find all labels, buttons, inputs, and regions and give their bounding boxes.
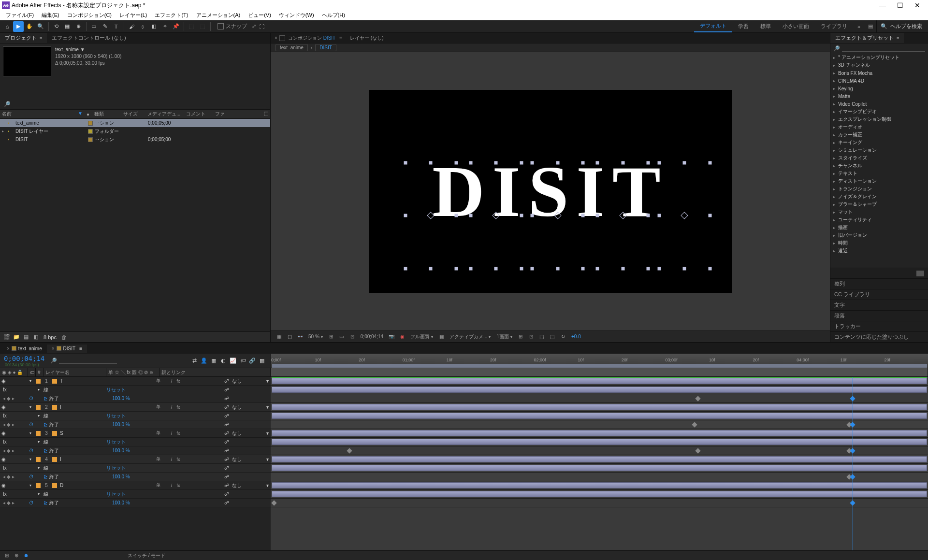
selection-handle[interactable] <box>708 267 711 270</box>
project-search[interactable]: 🔎 <box>0 99 270 109</box>
puppet-tool-icon[interactable]: 📌 <box>171 21 181 32</box>
pixel-aspect-icon[interactable]: ⊞ <box>515 334 526 339</box>
anchor-point-icon[interactable] <box>681 212 688 220</box>
tab-project[interactable]: プロジェクト≡ <box>0 33 47 43</box>
effect-category[interactable]: ▸* アニメーションプリセット <box>830 54 928 61</box>
graph-editor-icon[interactable]: 📈 <box>228 358 238 364</box>
track-row[interactable] <box>271 481 928 490</box>
help-search[interactable]: 🔍 ヘルプを検索 <box>876 20 926 32</box>
menu-ウィンドウ(W)[interactable]: ウィンドウ(W) <box>275 11 318 20</box>
track-row[interactable] <box>271 490 928 499</box>
selection-handle[interactable] <box>596 267 599 270</box>
col-layer-name[interactable]: レイヤー名 <box>44 368 106 376</box>
breadcrumb-current[interactable]: DISIT <box>315 44 336 51</box>
text-tool-icon[interactable]: T <box>111 21 121 32</box>
effect-category[interactable]: ▸Matte <box>830 92 928 100</box>
viewer-timecode[interactable]: 0;00;04;14 <box>358 334 386 339</box>
side-panel-tab[interactable]: トラッカー <box>830 321 928 331</box>
selection-handle[interactable] <box>581 267 585 270</box>
side-panel-tab[interactable]: 整列 <box>830 278 928 289</box>
selection-handle[interactable] <box>556 267 559 270</box>
hand-tool-icon[interactable]: ✋ <box>24 21 35 32</box>
effect-category[interactable]: ▸ディストーション <box>830 177 928 185</box>
selection-handle[interactable] <box>469 214 472 217</box>
roi-icon[interactable]: ▭ <box>336 334 347 339</box>
selection-handle[interactable] <box>708 214 711 217</box>
snap-toggle[interactable]: スナップ ⤢ ⛶ <box>218 23 264 30</box>
effect-category[interactable]: ▸キーイング <box>830 139 928 146</box>
menu-ヘルプ(H)[interactable]: ヘルプ(H) <box>318 11 349 20</box>
selection-handle[interactable] <box>454 214 458 217</box>
bpc-icon[interactable]: ◧ <box>31 334 41 340</box>
selection-handle[interactable] <box>531 161 534 165</box>
effect-category[interactable]: ▸遠近 <box>830 247 928 255</box>
selection-handle[interactable] <box>683 161 686 165</box>
track-row[interactable] <box>271 473 928 481</box>
property-row[interactable]: ◂ ◆ ▸⏱⊵終了100.0 %☍ <box>0 473 271 481</box>
selection-handle[interactable] <box>621 267 624 270</box>
selection-handle[interactable] <box>520 161 523 165</box>
property-row[interactable]: fx▾線リセット☍ <box>0 438 271 446</box>
project-item[interactable]: ▪DISIT‥ション0;00;05;00 <box>0 135 270 144</box>
folder-icon[interactable]: 📁 <box>12 334 21 340</box>
menu-編集(E)[interactable]: 編集(E) <box>38 11 63 20</box>
panel-add-icon[interactable] <box>916 271 924 276</box>
layer-row[interactable]: ◉ ▾ 1 T 单/fx ☍なし▾ <box>0 377 271 386</box>
col-file[interactable]: ファ <box>215 111 225 117</box>
draft3d-icon[interactable]: ⬚ <box>536 334 547 339</box>
composition-viewer[interactable]: DISIT <box>271 52 830 330</box>
effect-category[interactable]: ▸ユーティリティ <box>830 216 928 224</box>
keyframe[interactable] <box>271 500 276 505</box>
quality-dropdown[interactable]: フル画質 <box>407 333 436 340</box>
ws-expand-icon[interactable]: » <box>853 24 865 29</box>
selection-handle[interactable] <box>683 267 686 270</box>
selection-handle[interactable] <box>596 161 599 165</box>
effect-category[interactable]: ▸カラー補正 <box>830 131 928 139</box>
motion-blur-icon[interactable]: ◐ <box>218 358 228 364</box>
close-icon[interactable]: × <box>275 35 277 41</box>
shy-icon[interactable]: 👤 <box>199 358 209 364</box>
snapshot-icon[interactable]: 📷 <box>386 334 397 339</box>
effects-search[interactable]: 🔎 <box>830 43 928 54</box>
side-panel-tab[interactable]: 文字 <box>830 300 928 310</box>
selection-handle[interactable] <box>520 267 523 270</box>
timeline-ruler[interactable]: 0;00f10f20f01;00f10f20f02;00f10f20f03;00… <box>271 354 928 368</box>
keyframe[interactable] <box>695 448 700 453</box>
workspace-学習[interactable]: 学習 <box>732 20 754 32</box>
comp-canvas[interactable]: DISIT <box>369 90 732 293</box>
trash-icon[interactable]: 🗑 <box>59 334 69 340</box>
auto-keyframe-icon[interactable]: ⏺ <box>21 553 31 558</box>
selection-handle[interactable] <box>469 161 472 165</box>
render-icon[interactable]: ▦ <box>257 358 267 364</box>
close-icon[interactable]: × <box>52 346 55 351</box>
selection-handle[interactable] <box>454 161 458 165</box>
effect-category[interactable]: ▸シミュレーション <box>830 146 928 154</box>
effect-category[interactable]: ▸ノイズ＆グレイン <box>830 193 928 201</box>
selection-handle[interactable] <box>520 214 523 217</box>
menu-エフェクト(T)[interactable]: エフェクト(T) <box>151 11 192 20</box>
col-switches[interactable]: 单 ☆ ╲ fx 圓 ◎ ⊘ ⊕ <box>106 368 160 376</box>
selection-handle[interactable] <box>494 267 498 270</box>
property-row[interactable]: fx▾線リセット☍ <box>0 464 271 473</box>
keyframe[interactable] <box>347 448 352 453</box>
tab-effect-controls[interactable]: エフェクトコントロール (なし) <box>47 33 130 43</box>
keyframe[interactable] <box>695 396 700 401</box>
track-row[interactable] <box>271 446 928 455</box>
3d-icon[interactable]: ⬚ <box>547 334 558 339</box>
camera-dropdown[interactable]: アクティブカメ... <box>447 333 493 340</box>
col-size[interactable]: サイズ <box>121 111 145 117</box>
breadcrumb-root[interactable]: text_anime <box>276 44 308 51</box>
selection-handle[interactable] <box>657 267 661 270</box>
channel-icon[interactable]: ◉ <box>397 334 407 339</box>
selection-handle[interactable] <box>581 161 585 165</box>
effect-category[interactable]: ▸エクスプレッション制御 <box>830 115 928 123</box>
brain-icon[interactable]: 🔗 <box>247 358 257 364</box>
side-panel-tab[interactable]: CC ライブラリ <box>830 289 928 300</box>
col-parent[interactable]: 親とリンク <box>160 368 271 376</box>
selection-handle[interactable] <box>647 161 650 165</box>
switches-modes-toggle[interactable]: スイッチ / モード <box>128 552 165 559</box>
selection-tool-icon[interactable]: ▶ <box>13 21 24 32</box>
menu-ビュー(V)[interactable]: ビュー(V) <box>244 11 275 20</box>
tab-effects-presets[interactable]: エフェクト＆プリセット≡ <box>830 33 904 43</box>
zoom-tool-icon[interactable]: 🔍 <box>35 21 46 32</box>
